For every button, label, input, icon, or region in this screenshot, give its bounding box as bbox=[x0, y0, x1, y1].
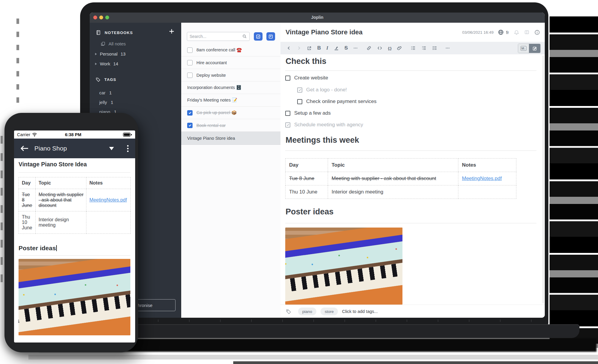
note-list-item[interactable]: Friday's Meeting notes 📝 bbox=[181, 94, 281, 107]
bold-button[interactable]: B bbox=[317, 45, 321, 51]
note-title-input[interactable]: Vintage Piano Store idea bbox=[286, 28, 462, 36]
hyperlink-button[interactable] bbox=[366, 45, 372, 51]
forward-button[interactable] bbox=[297, 46, 301, 50]
content-heading-poster: Poster ideas bbox=[286, 207, 334, 216]
add-tags-hint[interactable]: Click to add tags... bbox=[342, 309, 378, 314]
todo-checkbox[interactable] bbox=[187, 47, 193, 53]
checkbox-checked[interactable] bbox=[297, 87, 302, 93]
tag-pill-piano[interactable]: piano bbox=[298, 308, 316, 315]
note-list-item[interactable]: 8am conference call ☎️ bbox=[181, 44, 281, 56]
glitch-stripes-right bbox=[550, 16, 598, 348]
editor-toolbar: B I S {;} bbox=[280, 42, 545, 54]
spellcheck-locale[interactable]: fr bbox=[506, 30, 509, 35]
kebab-menu-icon[interactable] bbox=[127, 144, 129, 153]
richtext-editor-button[interactable] bbox=[529, 44, 540, 53]
note-list-item[interactable]: Book rental car bbox=[181, 119, 281, 132]
todo-checkbox-checked[interactable] bbox=[187, 110, 193, 116]
todo-checkbox[interactable] bbox=[187, 60, 193, 65]
checkbox-unchecked[interactable] bbox=[285, 76, 290, 81]
checkbox-list-button[interactable] bbox=[432, 45, 437, 51]
bulleted-list-button[interactable] bbox=[411, 45, 416, 51]
new-todo-button[interactable] bbox=[254, 32, 263, 41]
external-edit-button[interactable] bbox=[307, 46, 312, 51]
note-list-item[interactable]: Deploy website bbox=[181, 69, 281, 82]
phone-notebook-title[interactable]: Piano Shop bbox=[34, 145, 109, 152]
markdown-editor-button[interactable]: M↓ bbox=[518, 44, 529, 53]
cell-topic: Meeting with supplier - ask about that d… bbox=[36, 189, 86, 211]
checkbox-unchecked[interactable] bbox=[285, 111, 290, 116]
tag-icon bbox=[96, 77, 101, 82]
new-notebook-button[interactable] bbox=[168, 28, 175, 35]
cell-notes bbox=[86, 211, 131, 234]
cell-day: Tue 8 June bbox=[286, 172, 328, 185]
tag-label: car bbox=[99, 90, 106, 95]
cell-notes bbox=[458, 185, 516, 199]
search-input[interactable]: Search... bbox=[187, 32, 250, 41]
notebooks-header: NOTEBOOKS bbox=[105, 30, 133, 35]
window-titlebar: Joplin bbox=[90, 13, 545, 23]
back-button[interactable] bbox=[286, 46, 291, 50]
tags-header: TAGS bbox=[104, 77, 116, 82]
attach-file-button[interactable] bbox=[397, 45, 402, 51]
sidebar-tag-jelly[interactable]: jelly 1 bbox=[99, 100, 113, 105]
piano-photo bbox=[285, 228, 402, 305]
cell-day: Thu 10 June bbox=[286, 185, 328, 199]
note-content: Check this Create website Get a logo - d… bbox=[280, 54, 545, 305]
cell-topic: Interior design meeting bbox=[36, 211, 86, 234]
phone-poster-heading[interactable]: Poster ideas bbox=[19, 245, 57, 252]
highlight-button[interactable] bbox=[334, 45, 339, 51]
editor-pane: Vintage Piano Store idea 03/06/2021 16:4… bbox=[280, 23, 545, 318]
strikethrough-button[interactable]: S bbox=[344, 45, 348, 51]
tag-count: 1 bbox=[109, 90, 112, 95]
new-note-button[interactable] bbox=[266, 32, 275, 41]
code-block-button[interactable]: {;} bbox=[388, 46, 391, 50]
note-list-item[interactable]: Go pick up parcel 📦 bbox=[181, 107, 281, 119]
more-formatting-button[interactable] bbox=[353, 46, 358, 50]
inline-code-button[interactable] bbox=[377, 45, 382, 51]
todo-checkbox-checked[interactable] bbox=[187, 123, 193, 128]
italic-button[interactable]: I bbox=[326, 45, 328, 51]
editor-scrollbar[interactable] bbox=[542, 56, 544, 303]
note-list-item[interactable]: Hire accountant bbox=[181, 56, 281, 69]
notebooks-header-row: NOTEBOOKS bbox=[96, 30, 133, 35]
sidebar-item-work[interactable]: Work 14 bbox=[94, 61, 118, 66]
globe-icon[interactable] bbox=[498, 29, 504, 35]
search-placeholder: Search... bbox=[190, 34, 206, 39]
checkbox-checked[interactable] bbox=[285, 122, 290, 128]
laptop-keyboard-hinge bbox=[96, 320, 538, 322]
back-arrow-icon[interactable] bbox=[20, 145, 29, 152]
content-heading-meetings: Meetings this week bbox=[286, 136, 359, 145]
more-tools-button[interactable] bbox=[445, 46, 450, 50]
note-list-item[interactable]: Incorporation documents 🗄️ bbox=[181, 82, 281, 94]
sidebar-tag-car[interactable]: car 1 bbox=[99, 90, 112, 96]
note-updated-time: 03/06/2021 16:49 bbox=[462, 30, 494, 35]
phone-note-title[interactable]: Vintage Piano Store Idea bbox=[19, 161, 87, 168]
checkbox-unchecked[interactable] bbox=[297, 99, 302, 104]
notebook-count: 14 bbox=[113, 61, 118, 66]
notebook-dropdown-icon[interactable] bbox=[109, 147, 114, 150]
note-properties-icon[interactable] bbox=[534, 30, 540, 35]
tags-header-row: TAGS bbox=[96, 77, 116, 82]
checklist-label: Get a logo - done! bbox=[306, 87, 347, 93]
alarm-bell-icon[interactable] bbox=[514, 30, 519, 35]
notebook-label: Personal bbox=[100, 51, 118, 56]
tag-pill-label: store bbox=[325, 309, 334, 314]
sidebar-item-personal[interactable]: Personal 13 bbox=[94, 51, 126, 56]
meeting-notes-link[interactable]: MeetingNotes.pdf bbox=[462, 176, 502, 181]
edit-pencil-icon bbox=[532, 46, 537, 51]
cell-topic: Meeting with supplier - ask about that d… bbox=[328, 172, 458, 185]
meeting-notes-link[interactable]: MeetingNotes.pdf bbox=[89, 197, 127, 202]
tag-pill-store[interactable]: store bbox=[321, 308, 338, 315]
toggle-layout-icon[interactable] bbox=[524, 30, 530, 35]
content-checklist-item: Create website bbox=[285, 73, 328, 82]
content-checklist-item: Get a logo - done! bbox=[297, 85, 347, 94]
note-list-item-selected[interactable]: Vintage Piano Store idea bbox=[181, 132, 281, 145]
phone-app-header: Piano Shop bbox=[14, 139, 135, 158]
divider bbox=[19, 255, 130, 256]
sidebar-item-all-notes[interactable]: All notes bbox=[100, 41, 126, 46]
all-notes-label: All notes bbox=[109, 41, 126, 46]
cell-day: Tue 8 June bbox=[19, 189, 36, 211]
numbered-list-button[interactable] bbox=[421, 45, 427, 51]
search-icon bbox=[242, 34, 247, 39]
todo-checkbox[interactable] bbox=[187, 73, 193, 78]
